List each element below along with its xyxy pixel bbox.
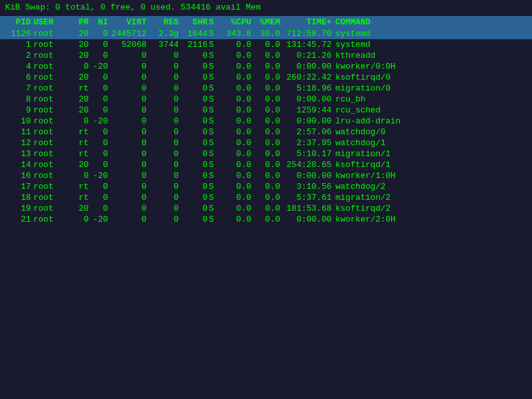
cell-mem: 0.0: [251, 193, 280, 202]
cell-pr: 0: [69, 116, 89, 126]
cell-shr: 0: [179, 193, 208, 202]
cell-user: root: [31, 171, 69, 181]
cell-pid: 6: [5, 73, 31, 82]
cell-mem: 0.0: [251, 40, 280, 49]
cell-user: root: [31, 40, 69, 49]
cell-shr: 0: [179, 94, 208, 104]
cell-pr: 20: [69, 51, 89, 60]
cell-pr: 20: [69, 29, 89, 39]
col-header-user: USER: [31, 17, 69, 27]
cell-user: root: [31, 149, 69, 159]
table-row: 1 root 20 0 52068 3744 2116 S 0.0 0.0 13…: [0, 39, 532, 50]
cell-ni: 0: [89, 105, 108, 115]
cell-cmd: watchdog/0: [332, 127, 434, 137]
cell-s: S: [208, 116, 219, 126]
cell-shr: 0: [179, 51, 208, 60]
col-header-pid: PID: [5, 17, 31, 27]
cell-time: 254:28.65: [280, 160, 332, 170]
cell-time: 131:45.72: [280, 40, 332, 49]
table-row: 9 root 20 0 0 0 0 S 0.0 0.0 1259:44 rcu_…: [0, 105, 532, 116]
cell-time: 2:57.06: [280, 127, 332, 137]
cell-pid: 17: [5, 182, 31, 191]
table-row: 12 root rt 0 0 0 0 S 0.0 0.0 2:37.95 wat…: [0, 137, 532, 148]
cell-pid: 11: [5, 127, 31, 137]
cell-time: 2:37.95: [280, 138, 332, 148]
cell-s: S: [208, 29, 219, 39]
cell-res: 0: [146, 51, 179, 60]
cell-mem: 0.0: [251, 73, 280, 82]
cell-shr: 0: [179, 149, 208, 159]
cell-mem: 0.0: [251, 51, 280, 60]
cell-mem: 0.0: [251, 149, 280, 159]
cell-mem: 0.0: [251, 182, 280, 191]
cell-pr: rt: [69, 193, 89, 202]
cell-pid: 10: [5, 116, 31, 126]
terminal: KiB Swap: 0 total, 0 free, 0 used. 53441…: [0, 0, 532, 225]
cell-virt: 0: [108, 171, 146, 181]
cell-cpu: 0.0: [219, 204, 251, 213]
cell-virt: 0: [108, 51, 146, 60]
table-row: 21 root 0 -20 0 0 0 S 0.0 0.0 0:00.00 kw…: [0, 214, 532, 225]
cell-user: root: [31, 94, 69, 104]
cell-mem: 0.0: [251, 105, 280, 115]
cell-cmd: migration/2: [332, 193, 434, 202]
cell-ni: 0: [89, 160, 108, 170]
cell-virt: 2445712: [108, 29, 146, 39]
cell-pid: 9: [5, 105, 31, 115]
cell-time: 5:10.17: [280, 149, 332, 159]
cell-pr: rt: [69, 127, 89, 137]
cell-mem: 0.0: [251, 94, 280, 104]
cell-pr: rt: [69, 138, 89, 148]
cell-ni: -20: [89, 116, 108, 126]
cell-user: root: [31, 160, 69, 170]
cell-virt: 0: [108, 84, 146, 93]
cell-cmd: lru-add-drain: [332, 116, 434, 126]
cell-cmd: systemd: [332, 29, 434, 39]
cell-res: 0: [146, 94, 179, 104]
cell-pid: 12: [5, 138, 31, 148]
cell-virt: 0: [108, 94, 146, 104]
col-header-pr: PR: [69, 17, 89, 27]
cell-virt: 0: [108, 160, 146, 170]
cell-pid: 8: [5, 94, 31, 104]
table-row: 16 root 0 -20 0 0 0 S 0.0 0.0 0:00.00 kw…: [0, 170, 532, 181]
cell-virt: 0: [108, 138, 146, 148]
cell-cmd: watchdog/1: [332, 138, 434, 148]
cell-ni: -20: [89, 62, 108, 71]
cell-time: 712:58.70: [280, 29, 332, 39]
cell-cpu: 0.0: [219, 51, 251, 60]
col-header-res: RES: [146, 17, 179, 27]
cell-user: root: [31, 73, 69, 82]
cell-cmd: kworker/2:0H: [332, 215, 434, 224]
cell-pr: 20: [69, 160, 89, 170]
cell-cpu: 0.0: [219, 171, 251, 181]
cell-time: 5:18.96: [280, 84, 332, 93]
cell-res: 0: [146, 105, 179, 115]
cell-pid: 1: [5, 40, 31, 49]
cell-pr: rt: [69, 84, 89, 93]
cell-cmd: ksoftirqd/2: [332, 204, 434, 213]
cell-ni: 0: [89, 127, 108, 137]
cell-pid: 18: [5, 193, 31, 202]
cell-virt: 0: [108, 204, 146, 213]
cell-pr: 20: [69, 105, 89, 115]
cell-virt: 0: [108, 127, 146, 137]
cell-s: S: [208, 73, 219, 82]
cell-pr: rt: [69, 182, 89, 191]
cell-res: 2.3g: [146, 29, 179, 39]
cell-cmd: kworker/1:0H: [332, 171, 434, 181]
cell-s: S: [208, 149, 219, 159]
cell-shr: 0: [179, 204, 208, 213]
cell-pr: 0: [69, 215, 89, 224]
cell-cpu: 0.0: [219, 73, 251, 82]
cell-s: S: [208, 182, 219, 191]
cell-mem: 30.0: [251, 29, 280, 39]
cell-mem: 0.0: [251, 116, 280, 126]
cell-res: 0: [146, 127, 179, 137]
table-row: 13 root rt 0 0 0 0 S 0.0 0.0 5:10.17 mig…: [0, 148, 532, 159]
table-row: 11 root rt 0 0 0 0 S 0.0 0.0 2:57.06 wat…: [0, 127, 532, 137]
cell-shr: 0: [179, 116, 208, 126]
cell-shr: 0: [179, 215, 208, 224]
cell-user: root: [31, 138, 69, 148]
cell-shr: 0: [179, 62, 208, 71]
